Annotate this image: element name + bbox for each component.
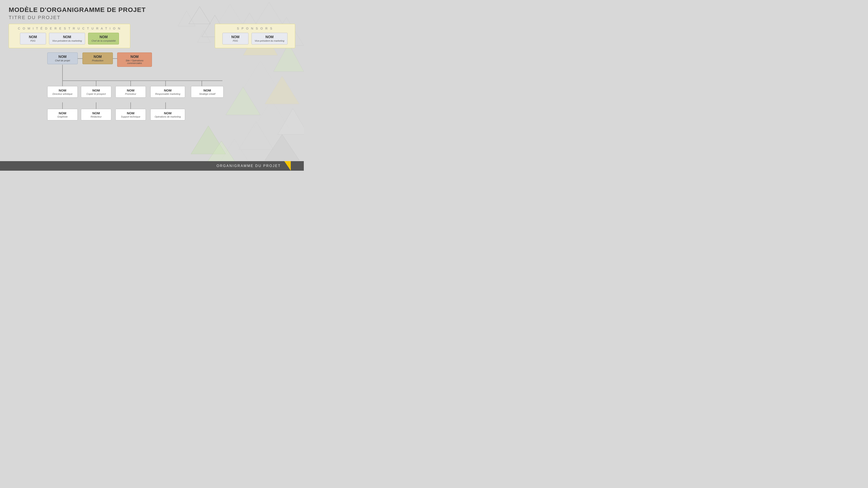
top-row: C O M I T É D E R E S T R U C T U R A T … xyxy=(9,24,295,48)
sponsors-title: S P O N S O R S xyxy=(219,27,291,30)
redacteur-card: NOM Rédacteur xyxy=(81,109,111,120)
comite-box: C O M I T É D E R E S T R U C T U R A T … xyxy=(9,24,130,48)
connector-svg xyxy=(33,53,271,148)
support-technique-card: NOM Support technique xyxy=(116,109,146,120)
resp-marketing-card: NOM Responsable marketing xyxy=(150,86,185,98)
page-title: MODÈLE D'ORGANIGRAMME DE PROJET xyxy=(9,6,295,13)
production-card: NOM Production xyxy=(83,53,113,64)
comite-cards: NOM PDG NOM Vice-président du marketing … xyxy=(13,33,126,44)
comite-title: C O M I T É D E R E S T R U C T U R A T … xyxy=(13,27,126,30)
site-operations-card: NOM Site / Opérations commerciales xyxy=(117,53,152,67)
directeur-artistique-card: NOM Directeur artistique xyxy=(47,86,78,98)
footer: ORGANIGRAMME DU PROJET xyxy=(0,161,304,171)
sponsors-box: S P O N S O R S NOM PDG NOM Vice-préside… xyxy=(215,24,295,48)
sponsor-card-1: NOM Vice-président du marketing xyxy=(251,33,288,44)
comite-card-2: NOM Chef de la comptabilité xyxy=(88,33,119,44)
comite-card-1: NOM Vice-président du marketing xyxy=(49,33,85,44)
page-subtitle: TITRE DU PROJET xyxy=(9,15,295,21)
footer-text: ORGANIGRAMME DU PROJET xyxy=(217,164,281,168)
operations-marketing-card: NOM Opérations de marketing xyxy=(150,109,185,120)
sponsors-cards: NOM PDG NOM Vice-président du marketing xyxy=(219,33,291,44)
chef-projet-card: NOM Chef de projet xyxy=(47,53,78,64)
graphiste-card: NOM Graphiste xyxy=(47,109,78,120)
sponsor-card-0: NOM PDG xyxy=(222,33,248,44)
comite-card-0: NOM PDG xyxy=(20,33,46,44)
org-chart: NOM Chef de projet NOM Production NOM Si… xyxy=(33,53,271,148)
stratege-creatif-card: NOM Stratège créatif xyxy=(191,86,223,98)
promoteur-card: NOM Promoteur xyxy=(116,86,146,98)
footer-slash xyxy=(284,161,291,171)
copier-prospect-card: NOM Copier le prospect xyxy=(81,86,111,98)
